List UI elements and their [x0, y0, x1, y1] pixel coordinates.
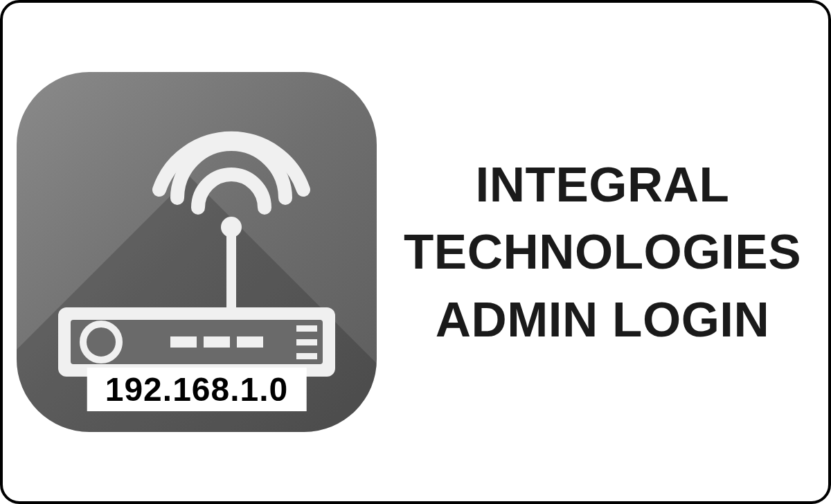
title-line-1: INTEGRAL — [476, 155, 730, 214]
main-frame: 192.168.1.0 INTEGRAL TECHNOLOGIES ADMIN … — [0, 0, 831, 504]
svg-rect-6 — [204, 336, 230, 348]
router-icon-background: 192.168.1.0 — [17, 72, 377, 432]
svg-rect-10 — [296, 353, 317, 359]
ip-address-label: 192.168.1.0 — [87, 368, 307, 411]
svg-rect-7 — [237, 336, 263, 348]
title-block: INTEGRAL TECHNOLOGIES ADMIN LOGIN — [391, 155, 814, 349]
router-icon-panel: 192.168.1.0 — [17, 30, 377, 474]
title-line-2: TECHNOLOGIES — [404, 222, 801, 281]
svg-rect-5 — [170, 336, 197, 348]
svg-rect-9 — [296, 339, 317, 345]
title-line-3: ADMIN LOGIN — [436, 290, 770, 349]
svg-rect-1 — [226, 227, 236, 317]
svg-rect-8 — [296, 325, 317, 332]
